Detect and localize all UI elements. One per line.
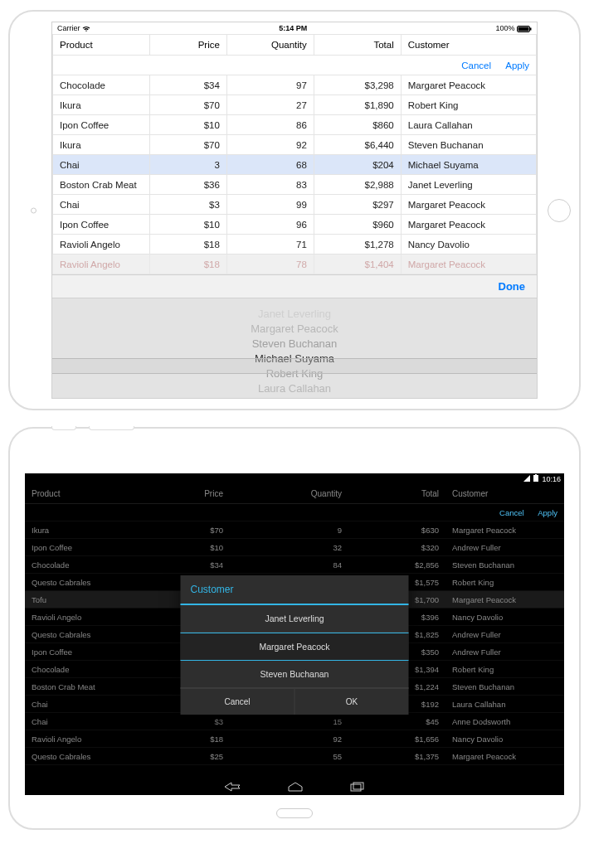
cell-product[interactable]: Ikura	[53, 135, 150, 155]
cell-total[interactable]: $6,440	[314, 135, 401, 155]
table-row[interactable]: Ravioli Angelo$1871$1,278Nancy Davolio	[53, 235, 537, 255]
cell-price[interactable]: $10	[149, 539, 231, 556]
cell-price[interactable]: $18	[149, 730, 231, 748]
cell-total[interactable]: $630	[348, 521, 445, 539]
table-row[interactable]: Ipon Coffee$1032$320Andrew Fuller	[25, 539, 564, 556]
cell-product[interactable]: Questo Cabrales	[25, 626, 149, 643]
cell-product[interactable]: Ikura	[53, 95, 150, 115]
cell-product[interactable]: Questo Cabrales	[25, 748, 149, 765]
dialog-ok-button[interactable]: OK	[295, 688, 409, 715]
cell-total[interactable]: $1,890	[314, 95, 401, 115]
table-row[interactable]: Ipon Coffee$1096$960Margaret Peacock	[53, 215, 537, 235]
home-button[interactable]	[276, 808, 313, 818]
cell-product[interactable]: Boston Crab Meat	[25, 678, 149, 696]
cell-quantity[interactable]: 92	[230, 730, 348, 748]
picker-option[interactable]: Anne Dodsworth	[52, 396, 537, 399]
cell-quantity[interactable]: 68	[226, 155, 314, 175]
dialog-option[interactable]: Steven Buchanan	[181, 661, 409, 688]
picker-option-selected[interactable]: Michael Suyama	[52, 352, 537, 366]
cell-quantity[interactable]: 15	[230, 713, 348, 730]
home-icon[interactable]	[287, 782, 304, 792]
table-row[interactable]: Chai368$204Michael Suyama	[53, 155, 537, 175]
cell-product[interactable]: Chai	[53, 195, 150, 215]
cell-total[interactable]: $2,988	[314, 175, 401, 195]
cell-product[interactable]: Ipon Coffee	[53, 215, 150, 235]
home-button[interactable]	[548, 199, 571, 222]
cell-customer[interactable]: Margaret Peacock	[401, 195, 536, 215]
cell-total[interactable]: $3,298	[314, 75, 401, 95]
cell-quantity[interactable]: 9	[230, 521, 348, 539]
col-price[interactable]: Price	[149, 484, 231, 504]
cell-product[interactable]: Ipon Coffee	[53, 115, 150, 135]
col-customer[interactable]: Customer	[445, 484, 564, 504]
cell-product[interactable]: Tofu	[25, 591, 149, 609]
cell-product[interactable]: Chai	[25, 696, 149, 713]
cell-customer[interactable]: Steven Buchanan	[445, 556, 564, 574]
table-row[interactable]: Questo Cabrales$2555$1,375Margaret Peaco…	[25, 748, 564, 765]
cell-total[interactable]: $860	[314, 115, 401, 135]
cell-product[interactable]: Ravioli Angelo	[25, 730, 149, 748]
cancel-button[interactable]: Cancel	[499, 508, 524, 517]
cell-customer[interactable]: Michael Suyama	[401, 155, 536, 175]
cell-customer[interactable]: Steven Buchanan	[401, 135, 536, 155]
cell-product[interactable]: Chocolade	[53, 75, 150, 95]
apply-button[interactable]: Apply	[505, 61, 529, 70]
cell-quantity[interactable]: 97	[226, 75, 314, 95]
cell-total[interactable]: $320	[348, 539, 445, 556]
cell-quantity[interactable]: 55	[230, 748, 348, 765]
cell-product[interactable]: Ipon Coffee	[25, 539, 149, 556]
cell-quantity[interactable]: 27	[226, 95, 314, 115]
cell-quantity[interactable]: 84	[230, 556, 348, 574]
cell-product[interactable]: Chai	[53, 155, 150, 175]
cell-quantity[interactable]: 32	[230, 539, 348, 556]
table-row[interactable]: Chocolade$3497$3,298Margaret Peacock	[53, 75, 537, 95]
cell-customer[interactable]: Robert King	[445, 661, 564, 678]
cell-price[interactable]: $70	[149, 135, 226, 155]
cell-product[interactable]: Ipon Coffee	[25, 643, 149, 661]
cell-price[interactable]: $25	[149, 748, 231, 765]
cell-total[interactable]: $1,656	[348, 730, 445, 748]
cell-customer[interactable]: Laura Callahan	[401, 115, 536, 135]
table-row[interactable]: Ravioli Angelo$1892$1,656Nancy Davolio	[25, 730, 564, 748]
cell-quantity[interactable]: 99	[226, 195, 314, 215]
picker-option[interactable]: Laura Callahan	[52, 381, 537, 396]
cell-customer[interactable]: Margaret Peacock	[445, 591, 564, 609]
back-icon[interactable]	[223, 782, 241, 792]
cell-product[interactable]: Ravioli Angelo	[53, 235, 150, 255]
col-price[interactable]: Price	[149, 35, 226, 56]
cell-customer[interactable]: Anne Dodsworth	[445, 713, 564, 730]
cell-quantity[interactable]: 86	[226, 115, 314, 135]
cell-price[interactable]: $10	[149, 215, 226, 235]
col-product[interactable]: Product	[53, 35, 150, 56]
cell-quantity[interactable]: 96	[226, 215, 314, 235]
picker-option[interactable]: Robert King	[52, 366, 537, 381]
table-row[interactable]: Chai$315$45Anne Dodsworth	[25, 713, 564, 730]
cell-customer[interactable]: Robert King	[445, 574, 564, 591]
table-row[interactable]: Ikura$709$630Margaret Peacock	[25, 521, 564, 539]
cell-price[interactable]: $34	[149, 556, 231, 574]
picker-option[interactable]: Janet Leverling	[52, 307, 537, 322]
cell-product[interactable]: Chocolade	[25, 661, 149, 678]
cell-total[interactable]: $960	[314, 215, 401, 235]
cell-customer[interactable]: Andrew Fuller	[445, 539, 564, 556]
cell-total[interactable]: $1,375	[348, 748, 445, 765]
table-row[interactable]: Ikura$7027$1,890Robert King	[53, 95, 537, 115]
cell-total[interactable]: $2,856	[348, 556, 445, 574]
done-button[interactable]: Done	[499, 280, 526, 293]
cell-price[interactable]: $3	[149, 713, 231, 730]
col-total[interactable]: Total	[314, 35, 401, 56]
cell-quantity[interactable]: 92	[226, 135, 314, 155]
cell-product[interactable]: Boston Crab Meat	[53, 175, 150, 195]
recents-icon[interactable]	[349, 782, 366, 792]
customer-picker-wheel[interactable]: Janet Leverling Margaret Peacock Steven …	[52, 298, 537, 399]
cell-total[interactable]: $45	[348, 713, 445, 730]
table-row[interactable]: Chocolade$3484$2,856Steven Buchanan	[25, 556, 564, 574]
dialog-option[interactable]: Janet Leverling	[181, 605, 409, 633]
cell-customer[interactable]: Laura Callahan	[445, 696, 564, 713]
cell-total[interactable]: $204	[314, 155, 401, 175]
cell-customer[interactable]: Nancy Davolio	[445, 730, 564, 748]
cell-customer[interactable]: Janet Leverling	[401, 175, 536, 195]
cell-customer[interactable]: Margaret Peacock	[401, 75, 536, 95]
dialog-cancel-button[interactable]: Cancel	[181, 688, 295, 715]
dialog-option-selected[interactable]: Margaret Peacock	[181, 633, 409, 661]
